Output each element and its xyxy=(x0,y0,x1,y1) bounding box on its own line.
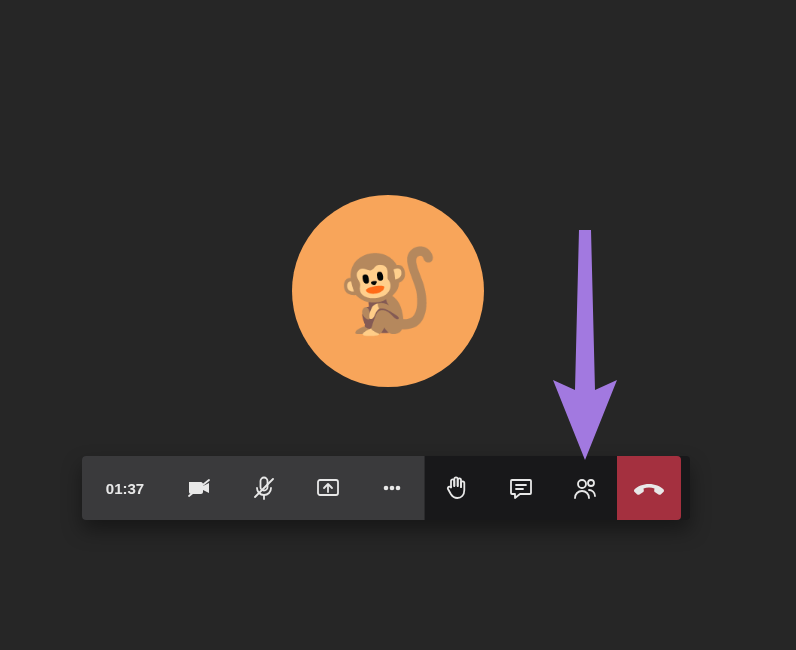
camera-toggle-button[interactable] xyxy=(168,456,232,520)
ellipsis-icon xyxy=(378,474,406,502)
call-duration-label: 01:37 xyxy=(106,480,144,497)
chat-button[interactable] xyxy=(489,456,553,520)
monkey-icon: 🐒 xyxy=(337,243,439,339)
more-actions-button[interactable] xyxy=(360,456,425,520)
share-screen-icon xyxy=(314,474,342,502)
participants-button[interactable] xyxy=(553,456,617,520)
hand-icon xyxy=(443,474,471,502)
mic-off-icon xyxy=(250,474,278,502)
mic-toggle-button[interactable] xyxy=(232,456,296,520)
call-duration: 01:37 xyxy=(82,456,168,520)
camera-off-icon xyxy=(186,474,214,502)
share-screen-button[interactable] xyxy=(296,456,360,520)
svg-point-11 xyxy=(588,480,594,486)
hang-up-button[interactable] xyxy=(617,456,681,520)
participant-avatar: 🐒 xyxy=(292,195,484,387)
hang-up-icon xyxy=(632,474,666,502)
svg-point-10 xyxy=(578,480,586,488)
raise-hand-button[interactable] xyxy=(425,456,489,520)
svg-point-6 xyxy=(390,486,395,491)
svg-point-5 xyxy=(384,486,389,491)
annotation-arrow xyxy=(545,230,645,470)
call-toolbar: 01:37 xyxy=(82,456,690,520)
svg-point-7 xyxy=(396,486,401,491)
chat-icon xyxy=(507,474,535,502)
people-icon xyxy=(571,474,599,502)
